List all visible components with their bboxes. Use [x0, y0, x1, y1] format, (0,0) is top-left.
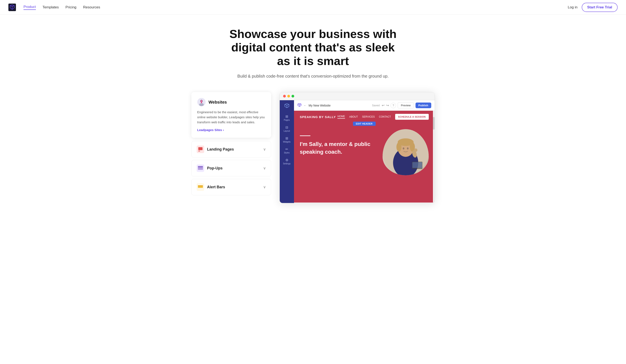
builder-tool-styles[interactable]: ✏ Styles: [280, 145, 293, 156]
svg-point-24: [407, 147, 409, 150]
website-cta-button[interactable]: SCHEDULE A SESSION: [395, 114, 429, 120]
website-nav: SPEAKING BY SALLY HOME ABOUT SERVICES CO…: [294, 111, 435, 123]
landing-pages-left: Landing Pages: [197, 145, 234, 153]
popups-accordion[interactable]: Pop-Ups ∨: [191, 160, 271, 176]
svg-rect-7: [198, 151, 200, 151]
svg-rect-9: [198, 167, 203, 170]
website-title: My New Website: [309, 104, 331, 107]
popups-icon: [197, 165, 204, 172]
builder-tool-pages[interactable]: ⊞ Pages: [280, 113, 293, 123]
websites-card-desc: Engineered to be the easiest, most effec…: [197, 110, 265, 125]
navbar: Product Templates Pricing Resources Log …: [0, 0, 626, 15]
feature-sidebar: Websites Engineered to be the easiest, m…: [191, 92, 271, 198]
browser-mockup: ⊞ Pages ⊟ Layout ⊞ Widgets ✏ Styles ⚙: [279, 92, 435, 203]
edit-header-badge[interactable]: EDIT HEADER: [353, 122, 375, 126]
website-preview: SPEAKING BY SALLY HOME ABOUT SERVICES CO…: [294, 111, 435, 203]
menu-contact[interactable]: CONTACT: [379, 115, 391, 118]
websites-icon: [197, 98, 206, 106]
svg-point-4: [201, 101, 202, 102]
browser-dots: [283, 95, 294, 98]
scrollbar[interactable]: [433, 111, 435, 203]
alert-bars-icon: [197, 183, 204, 191]
alert-bars-title: Alert Bars: [207, 185, 225, 189]
svg-point-19: [396, 142, 401, 152]
alert-bars-chevron-icon: ∨: [263, 185, 266, 189]
nav-resources[interactable]: Resources: [83, 5, 100, 9]
landing-pages-chevron-icon: ∨: [263, 147, 266, 152]
websites-card: Websites Engineered to be the easiest, m…: [191, 92, 271, 138]
builder-topbar: ← My New Website Saved ↩ ↪ ? Preview Pub…: [294, 100, 435, 111]
svg-point-3: [199, 103, 204, 106]
minimize-dot: [287, 95, 290, 98]
builder-sidebar: ⊞ Pages ⊟ Layout ⊞ Widgets ✏ Styles ⚙: [280, 100, 294, 203]
undo-button[interactable]: ↩: [382, 103, 385, 107]
hero-subtitle: Build & publish code-free content that's…: [227, 73, 399, 79]
builder-tool-settings[interactable]: ⚙ Settings: [280, 156, 293, 166]
maximize-dot: [291, 95, 294, 98]
landing-pages-icon: [197, 145, 204, 153]
widgets-label: Widgets: [283, 141, 290, 143]
widgets-icon: ⊞: [285, 136, 288, 140]
settings-label: Settings: [283, 163, 290, 165]
alert-bars-accordion[interactable]: Alert Bars ∨: [191, 179, 271, 195]
landing-pages-accordion[interactable]: Landing Pages ∨: [191, 141, 271, 158]
hero-line-decoration: [300, 135, 310, 136]
builder-tool-layout[interactable]: ⊟ Layout: [280, 124, 293, 134]
websites-card-title: Websites: [209, 100, 227, 105]
back-arrow-icon[interactable]: ←: [304, 104, 307, 107]
svg-rect-10: [198, 166, 203, 167]
logo[interactable]: [8, 3, 16, 11]
settings-icon: ⚙: [285, 158, 288, 162]
alert-bars-left: Alert Bars: [197, 183, 225, 191]
menu-home[interactable]: HOME: [337, 115, 345, 119]
popups-title: Pop-Ups: [207, 166, 223, 170]
hero-title: Showcase your business with digital cont…: [227, 27, 399, 68]
navbar-left: Product Templates Pricing Resources: [8, 3, 100, 11]
builder-main: ← My New Website Saved ↩ ↪ ? Preview Pub…: [294, 100, 435, 203]
website-brand: SPEAKING BY SALLY: [300, 115, 336, 119]
browser-bar: [280, 92, 435, 100]
topbar-actions: ↩ ↪ ? Preview Publish: [382, 102, 431, 108]
main-content: Websites Engineered to be the easiest, m…: [166, 84, 460, 216]
publish-button[interactable]: Publish: [416, 102, 431, 108]
svg-rect-12: [198, 186, 203, 188]
svg-rect-6: [198, 147, 202, 150]
scrollbar-thumb: [433, 117, 435, 130]
website-hero: I'm Sally, a mentor & public speaking co…: [294, 123, 435, 202]
website-hero-heading: I'm Sally, a mentor & public speaking co…: [300, 140, 383, 156]
nav-links: Product Templates Pricing Resources: [24, 5, 100, 10]
menu-services[interactable]: SERVICES: [362, 115, 375, 118]
layout-icon: ⊟: [285, 125, 288, 129]
leadpages-sites-link[interactable]: Leadpages Sites ›: [197, 128, 224, 132]
nav-pricing[interactable]: Pricing: [66, 5, 77, 9]
leadpages-logo-icon: [8, 3, 16, 11]
website-hero-text: I'm Sally, a mentor & public speaking co…: [300, 131, 383, 156]
hero-section: Showcase your business with digital cont…: [219, 15, 408, 84]
preview-button[interactable]: Preview: [398, 102, 414, 108]
svg-point-23: [403, 147, 404, 150]
popups-chevron-icon: ∨: [263, 166, 266, 170]
website-hero-image: [383, 129, 429, 175]
svg-rect-26: [412, 162, 422, 168]
builder-ui: ⊞ Pages ⊟ Layout ⊞ Widgets ✏ Styles ⚙: [280, 100, 435, 203]
help-button[interactable]: ?: [391, 103, 396, 108]
websites-card-header: Websites: [197, 98, 265, 106]
svg-point-22: [414, 148, 417, 152]
nav-product[interactable]: Product: [24, 5, 36, 10]
close-dot: [283, 95, 286, 98]
styles-icon: ✏: [285, 147, 288, 151]
builder-topbar-logo-icon: [297, 103, 302, 108]
redo-button[interactable]: ↪: [386, 103, 389, 107]
start-trial-button[interactable]: Start Free Trial: [582, 3, 618, 12]
login-button[interactable]: Log in: [568, 5, 578, 9]
website-menu: HOME ABOUT SERVICES CONTACT SCHEDULE A S…: [337, 114, 429, 120]
nav-templates[interactable]: Templates: [42, 5, 59, 9]
popups-left: Pop-Ups: [197, 165, 223, 172]
svg-rect-13: [198, 185, 203, 186]
builder-logo-icon: [284, 103, 290, 110]
builder-tool-widgets[interactable]: ⊞ Widgets: [280, 135, 293, 145]
pages-label: Pages: [284, 119, 290, 121]
styles-label: Styles: [284, 152, 290, 154]
menu-about[interactable]: ABOUT: [349, 115, 358, 118]
navbar-right: Log in Start Free Trial: [568, 3, 618, 12]
